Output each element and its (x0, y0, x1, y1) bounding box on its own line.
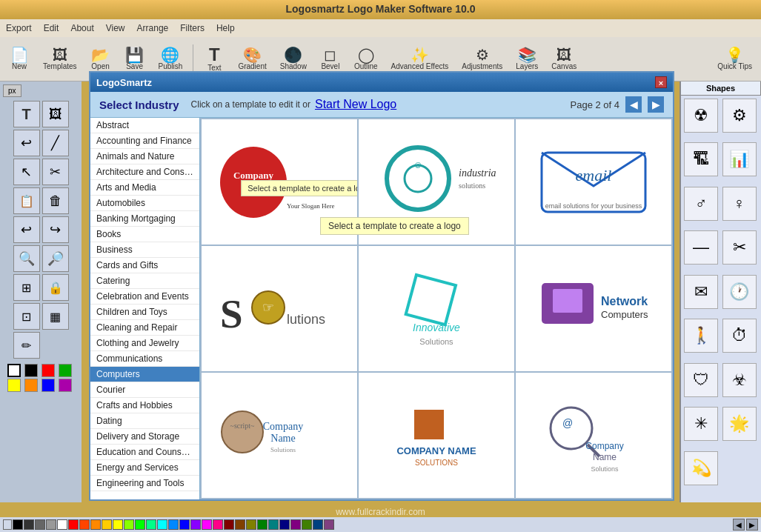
template-cell-1[interactable]: Company Name Your Slogan Here Select a t… (202, 119, 357, 245)
color-swatch-purple[interactable] (290, 519, 301, 530)
tool-brush[interactable]: ✏ (13, 332, 40, 359)
industry-item[interactable]: Cards and Gifts (90, 258, 199, 273)
industry-item[interactable]: Banking Mortgaging (90, 211, 199, 227)
toolbar-open[interactable]: 📂 Open (86, 44, 116, 73)
color-swatch-maroon[interactable] (224, 519, 234, 530)
color-swatch-brown[interactable] (235, 519, 245, 530)
menu-export[interactable]: Export (6, 23, 32, 33)
template-cell-3[interactable]: email email solutions for your business (516, 119, 671, 245)
toolbar-publish[interactable]: 🌐 Publish (154, 44, 187, 73)
industry-item[interactable]: Courier (90, 382, 199, 398)
tool-transform[interactable]: ⊡ (13, 303, 40, 330)
color-swatch-red[interactable] (68, 519, 79, 530)
industry-item[interactable]: Crafts and Hobbies (90, 398, 199, 413)
tool-pattern[interactable]: ▦ (42, 303, 69, 330)
color-swatch-cyan[interactable] (157, 519, 167, 530)
template-cell-2[interactable]: @ industria solutions (359, 119, 514, 245)
toolbar-text[interactable]: T Text (199, 43, 229, 75)
shape-person[interactable]: 🚶 (684, 319, 718, 353)
industry-item[interactable]: Energy and Services (90, 460, 199, 476)
color-purple[interactable] (59, 379, 72, 392)
industry-item[interactable]: Animals and Nature (90, 149, 199, 164)
shape-chart[interactable]: 📊 (722, 142, 757, 176)
color-green[interactable] (59, 364, 72, 377)
template-cell-6[interactable]: Network Computers (516, 246, 671, 371)
color-swatch-gray[interactable] (35, 519, 45, 530)
template-cell-4[interactable]: S ☞ lutions (202, 246, 357, 371)
tool-rotate-left[interactable]: ↩ (13, 130, 40, 156)
tool-select[interactable]: ↖ (13, 159, 40, 185)
color-swatch-magenta[interactable] (202, 519, 212, 530)
tool-copy[interactable]: 📋 (13, 187, 40, 214)
toolbar-shadow[interactable]: 🌑 Shadow (276, 44, 311, 73)
tool-lock[interactable]: 🔒 (42, 274, 69, 301)
tool-delete[interactable]: 🗑 (42, 187, 69, 214)
tool-zoom-out[interactable]: 🔎 (42, 245, 69, 272)
toolbar-adjustments[interactable]: ⚙ Adjustments (457, 44, 507, 73)
template-cell-9[interactable]: @ Company Name Solutions (516, 373, 671, 498)
industry-item[interactable]: Automobiles (90, 196, 199, 211)
menu-edit[interactable]: Edit (44, 23, 59, 33)
color-swatch-dark-green[interactable] (257, 519, 267, 530)
color-swatch-blue[interactable] (179, 519, 190, 530)
industry-item[interactable]: Celebration and Events (90, 289, 199, 305)
tool-image[interactable]: 🖼 (42, 101, 69, 127)
color-swatch-orange[interactable] (90, 519, 101, 530)
color-swatch-lime[interactable] (124, 519, 134, 530)
toolbar-outline[interactable]: ◯ Outline (350, 44, 382, 73)
color-swatch-violet[interactable] (190, 519, 201, 530)
tool-grid[interactable]: ⊞ (13, 274, 40, 301)
menu-view[interactable]: View (106, 23, 125, 33)
industry-item[interactable]: Books (90, 227, 199, 242)
tool-crop[interactable]: ✂ (42, 159, 69, 185)
industry-item[interactable]: Dating (90, 413, 199, 429)
toolbar-gradient[interactable]: 🎨 Gradient (233, 44, 270, 73)
toolbar-advanced-effects[interactable]: ✨ Advanced Effects (387, 44, 453, 73)
industry-item[interactable]: Delivery and Storage (90, 429, 199, 445)
menu-filters[interactable]: Filters (180, 23, 205, 33)
template-cell-5[interactable]: Innovative Solutions (359, 246, 514, 371)
color-swatch-plum[interactable] (324, 519, 334, 530)
menu-arrange[interactable]: Arrange (137, 23, 169, 33)
tool-redo[interactable]: ↪ (42, 216, 69, 243)
industry-item[interactable]: Architecture and Construction (90, 164, 199, 180)
template-cell-7[interactable]: ~script~ Company Name Solutions (202, 373, 357, 498)
toolbar-bevel[interactable]: ◻ Bevel (316, 44, 345, 73)
foreground-color[interactable] (7, 364, 21, 377)
color-swatch-lightgray[interactable] (46, 519, 56, 530)
shape-biohazard[interactable]: ☣ (722, 363, 757, 397)
industry-item[interactable]: Clothing and Jewelry (90, 336, 199, 351)
color-red[interactable] (41, 364, 55, 377)
background-color[interactable] (24, 364, 38, 377)
shape-star[interactable]: 🌟 (722, 407, 757, 441)
color-swatch-navy[interactable] (279, 519, 290, 530)
color-swatch-olive[interactable] (246, 519, 256, 530)
industry-item[interactable]: Abstract (90, 118, 199, 133)
color-swatch-black[interactable] (13, 519, 23, 530)
color-swatch-green[interactable] (135, 519, 145, 530)
industry-item[interactable]: Communications (90, 351, 199, 367)
color-swatch-azure[interactable] (168, 519, 179, 530)
industry-item[interactable]: Accounting and Finance (90, 133, 199, 149)
color-orange[interactable] (24, 379, 38, 392)
color-scroll-left[interactable]: ◀ (733, 519, 745, 531)
industry-item[interactable]: Business (90, 242, 199, 258)
tool-undo[interactable]: ↩ (13, 216, 40, 243)
industry-item[interactable]: Children and Toys (90, 305, 199, 320)
shape-starburst[interactable]: ✳ (684, 407, 718, 441)
color-swatch-red-orange[interactable] (79, 519, 90, 530)
color-swatch-avocado[interactable] (302, 519, 312, 530)
color-yellow[interactable] (7, 379, 21, 392)
shapes-tab[interactable]: Shapes (681, 82, 761, 95)
industry-list[interactable]: AbstractAccounting and FinanceAnimals an… (90, 118, 200, 499)
toolbar-canvas[interactable]: 🖼 Canvas (547, 44, 581, 73)
industry-item[interactable]: Catering (90, 273, 199, 289)
shape-radioactive[interactable]: ☢ (684, 99, 718, 133)
tool-zoom-in[interactable]: 🔍 (13, 245, 40, 272)
shape-line[interactable]: — (684, 230, 718, 265)
next-page-button[interactable]: ▶ (648, 96, 664, 113)
transparent-swatch[interactable] (3, 519, 12, 530)
color-swatch-darkgray[interactable] (24, 519, 34, 530)
prev-page-button[interactable]: ◀ (625, 96, 642, 113)
color-swatch-steel[interactable] (313, 519, 323, 530)
